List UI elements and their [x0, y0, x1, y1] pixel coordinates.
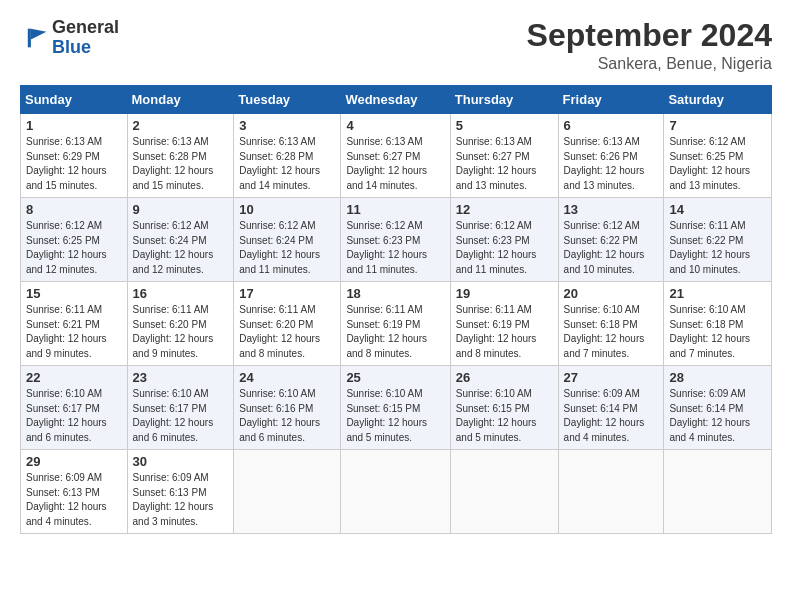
col-header-sunday: Sunday [21, 86, 128, 114]
calendar-cell: 2Sunrise: 6:13 AMSunset: 6:28 PMDaylight… [127, 114, 234, 198]
day-info: Sunrise: 6:12 AMSunset: 6:24 PMDaylight:… [239, 219, 335, 277]
day-info: Sunrise: 6:10 AMSunset: 6:17 PMDaylight:… [26, 387, 122, 445]
calendar-cell: 25Sunrise: 6:10 AMSunset: 6:15 PMDayligh… [341, 366, 450, 450]
calendar-week-row: 22Sunrise: 6:10 AMSunset: 6:17 PMDayligh… [21, 366, 772, 450]
logo: General Blue [20, 18, 119, 58]
day-number: 1 [26, 118, 122, 133]
col-header-friday: Friday [558, 86, 664, 114]
calendar-cell: 11Sunrise: 6:12 AMSunset: 6:23 PMDayligh… [341, 198, 450, 282]
day-info: Sunrise: 6:10 AMSunset: 6:18 PMDaylight:… [669, 303, 766, 361]
svg-marker-1 [28, 28, 31, 47]
location: Sankera, Benue, Nigeria [527, 55, 772, 73]
day-number: 29 [26, 454, 122, 469]
day-info: Sunrise: 6:12 AMSunset: 6:25 PMDaylight:… [669, 135, 766, 193]
title-block: September 2024 Sankera, Benue, Nigeria [527, 18, 772, 73]
day-info: Sunrise: 6:11 AMSunset: 6:19 PMDaylight:… [346, 303, 444, 361]
day-info: Sunrise: 6:12 AMSunset: 6:24 PMDaylight:… [133, 219, 229, 277]
calendar-cell: 19Sunrise: 6:11 AMSunset: 6:19 PMDayligh… [450, 282, 558, 366]
calendar-cell: 27Sunrise: 6:09 AMSunset: 6:14 PMDayligh… [558, 366, 664, 450]
calendar-cell: 29Sunrise: 6:09 AMSunset: 6:13 PMDayligh… [21, 450, 128, 534]
day-number: 13 [564, 202, 659, 217]
day-number: 27 [564, 370, 659, 385]
calendar-week-row: 15Sunrise: 6:11 AMSunset: 6:21 PMDayligh… [21, 282, 772, 366]
calendar-cell: 6Sunrise: 6:13 AMSunset: 6:26 PMDaylight… [558, 114, 664, 198]
day-info: Sunrise: 6:11 AMSunset: 6:20 PMDaylight:… [239, 303, 335, 361]
calendar-week-row: 29Sunrise: 6:09 AMSunset: 6:13 PMDayligh… [21, 450, 772, 534]
day-number: 10 [239, 202, 335, 217]
day-info: Sunrise: 6:10 AMSunset: 6:18 PMDaylight:… [564, 303, 659, 361]
calendar-cell: 4Sunrise: 6:13 AMSunset: 6:27 PMDaylight… [341, 114, 450, 198]
day-number: 21 [669, 286, 766, 301]
day-info: Sunrise: 6:10 AMSunset: 6:15 PMDaylight:… [346, 387, 444, 445]
calendar-cell [664, 450, 772, 534]
calendar-cell: 9Sunrise: 6:12 AMSunset: 6:24 PMDaylight… [127, 198, 234, 282]
day-number: 15 [26, 286, 122, 301]
page: General Blue September 2024 Sankera, Ben… [0, 0, 792, 612]
day-number: 30 [133, 454, 229, 469]
day-info: Sunrise: 6:13 AMSunset: 6:28 PMDaylight:… [133, 135, 229, 193]
logo-blue-text: Blue [52, 37, 91, 57]
col-header-wednesday: Wednesday [341, 86, 450, 114]
day-info: Sunrise: 6:13 AMSunset: 6:28 PMDaylight:… [239, 135, 335, 193]
calendar-cell [341, 450, 450, 534]
calendar-cell [558, 450, 664, 534]
month-title: September 2024 [527, 18, 772, 53]
calendar-week-row: 1Sunrise: 6:13 AMSunset: 6:29 PMDaylight… [21, 114, 772, 198]
calendar-cell: 10Sunrise: 6:12 AMSunset: 6:24 PMDayligh… [234, 198, 341, 282]
calendar-cell: 21Sunrise: 6:10 AMSunset: 6:18 PMDayligh… [664, 282, 772, 366]
day-number: 25 [346, 370, 444, 385]
calendar-week-row: 8Sunrise: 6:12 AMSunset: 6:25 PMDaylight… [21, 198, 772, 282]
calendar-cell: 1Sunrise: 6:13 AMSunset: 6:29 PMDaylight… [21, 114, 128, 198]
logo-general-text: General [52, 17, 119, 37]
day-info: Sunrise: 6:09 AMSunset: 6:13 PMDaylight:… [26, 471, 122, 529]
day-info: Sunrise: 6:11 AMSunset: 6:20 PMDaylight:… [133, 303, 229, 361]
calendar-cell: 28Sunrise: 6:09 AMSunset: 6:14 PMDayligh… [664, 366, 772, 450]
calendar-cell: 18Sunrise: 6:11 AMSunset: 6:19 PMDayligh… [341, 282, 450, 366]
col-header-saturday: Saturday [664, 86, 772, 114]
day-info: Sunrise: 6:10 AMSunset: 6:15 PMDaylight:… [456, 387, 553, 445]
day-number: 2 [133, 118, 229, 133]
day-number: 17 [239, 286, 335, 301]
day-number: 11 [346, 202, 444, 217]
day-number: 5 [456, 118, 553, 133]
calendar-cell: 7Sunrise: 6:12 AMSunset: 6:25 PMDaylight… [664, 114, 772, 198]
day-info: Sunrise: 6:10 AMSunset: 6:16 PMDaylight:… [239, 387, 335, 445]
day-info: Sunrise: 6:11 AMSunset: 6:21 PMDaylight:… [26, 303, 122, 361]
calendar-cell: 26Sunrise: 6:10 AMSunset: 6:15 PMDayligh… [450, 366, 558, 450]
calendar-cell [450, 450, 558, 534]
day-number: 9 [133, 202, 229, 217]
calendar-cell: 24Sunrise: 6:10 AMSunset: 6:16 PMDayligh… [234, 366, 341, 450]
calendar-cell: 30Sunrise: 6:09 AMSunset: 6:13 PMDayligh… [127, 450, 234, 534]
calendar-cell: 23Sunrise: 6:10 AMSunset: 6:17 PMDayligh… [127, 366, 234, 450]
calendar-cell: 15Sunrise: 6:11 AMSunset: 6:21 PMDayligh… [21, 282, 128, 366]
day-info: Sunrise: 6:12 AMSunset: 6:25 PMDaylight:… [26, 219, 122, 277]
header: General Blue September 2024 Sankera, Ben… [20, 18, 772, 73]
day-number: 26 [456, 370, 553, 385]
day-info: Sunrise: 6:11 AMSunset: 6:19 PMDaylight:… [456, 303, 553, 361]
day-number: 23 [133, 370, 229, 385]
day-info: Sunrise: 6:09 AMSunset: 6:14 PMDaylight:… [669, 387, 766, 445]
day-info: Sunrise: 6:10 AMSunset: 6:17 PMDaylight:… [133, 387, 229, 445]
calendar-cell: 20Sunrise: 6:10 AMSunset: 6:18 PMDayligh… [558, 282, 664, 366]
logo-icon [20, 24, 48, 52]
calendar-header-row: SundayMondayTuesdayWednesdayThursdayFrid… [21, 86, 772, 114]
calendar-cell: 5Sunrise: 6:13 AMSunset: 6:27 PMDaylight… [450, 114, 558, 198]
day-info: Sunrise: 6:09 AMSunset: 6:14 PMDaylight:… [564, 387, 659, 445]
day-number: 18 [346, 286, 444, 301]
day-info: Sunrise: 6:13 AMSunset: 6:26 PMDaylight:… [564, 135, 659, 193]
col-header-monday: Monday [127, 86, 234, 114]
day-info: Sunrise: 6:13 AMSunset: 6:27 PMDaylight:… [346, 135, 444, 193]
day-number: 8 [26, 202, 122, 217]
logo-text: General Blue [52, 18, 119, 58]
calendar-cell: 12Sunrise: 6:12 AMSunset: 6:23 PMDayligh… [450, 198, 558, 282]
calendar-cell: 14Sunrise: 6:11 AMSunset: 6:22 PMDayligh… [664, 198, 772, 282]
calendar-cell: 13Sunrise: 6:12 AMSunset: 6:22 PMDayligh… [558, 198, 664, 282]
day-number: 22 [26, 370, 122, 385]
calendar-table: SundayMondayTuesdayWednesdayThursdayFrid… [20, 85, 772, 534]
day-info: Sunrise: 6:12 AMSunset: 6:23 PMDaylight:… [346, 219, 444, 277]
day-number: 19 [456, 286, 553, 301]
col-header-thursday: Thursday [450, 86, 558, 114]
day-number: 16 [133, 286, 229, 301]
day-info: Sunrise: 6:12 AMSunset: 6:22 PMDaylight:… [564, 219, 659, 277]
day-number: 14 [669, 202, 766, 217]
